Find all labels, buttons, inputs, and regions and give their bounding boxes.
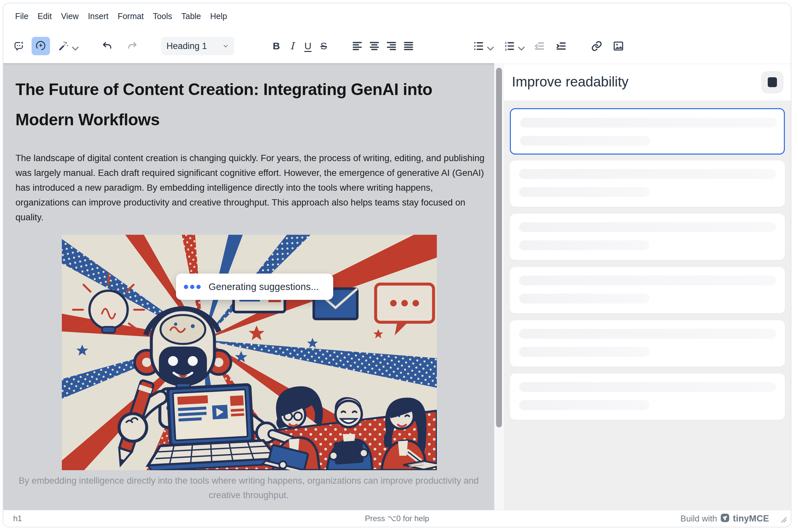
align-left-button[interactable]	[349, 37, 366, 55]
skeleton-line	[519, 276, 776, 285]
align-justify-button[interactable]	[400, 37, 417, 55]
resize-handle[interactable]	[780, 516, 787, 524]
redo-button[interactable]	[123, 37, 142, 55]
insert-image-button[interactable]	[609, 37, 628, 55]
ai-review-changes-button[interactable]	[32, 37, 50, 55]
undo-button[interactable]	[98, 37, 116, 55]
skeleton-line	[519, 329, 776, 339]
redo-icon	[127, 40, 138, 52]
menu-format[interactable]: Format	[113, 8, 148, 24]
branding[interactable]: Build with tinyMCE	[681, 513, 769, 524]
document-illustration	[62, 235, 437, 470]
link-icon	[591, 40, 602, 52]
skeleton-line	[519, 169, 776, 179]
help-shortcut-label: Press ⌥0 for help	[365, 514, 429, 523]
app-window: File Edit View Insert Format Tools Table…	[3, 3, 792, 527]
image-icon	[613, 40, 624, 52]
chevron-down-icon	[70, 43, 76, 49]
toolbar: Heading 1 B I U S	[3, 29, 791, 63]
menu-view[interactable]: View	[56, 8, 83, 24]
align-justify-icon	[403, 40, 414, 52]
branding-prefix: Build with	[681, 514, 717, 524]
suggestion-card-skeleton[interactable]	[510, 108, 785, 154]
underline-button[interactable]: U	[300, 37, 316, 55]
indent-icon	[556, 40, 567, 52]
tinymce-logo-icon	[720, 513, 729, 524]
editor-scrollbar-track[interactable]	[494, 63, 504, 510]
indent-button[interactable]	[552, 37, 570, 55]
editor-scrollbar-thumb[interactable]	[496, 68, 502, 428]
menu-tools[interactable]: Tools	[148, 8, 177, 24]
outdent-icon	[534, 40, 545, 52]
ai-chat-bubble-icon	[14, 40, 25, 52]
skeleton-line	[519, 240, 649, 250]
magic-wand-icon	[58, 40, 69, 52]
format-select[interactable]: Heading 1	[161, 37, 234, 55]
outdent-button[interactable]	[530, 37, 549, 55]
suggestion-card-skeleton[interactable]	[510, 160, 785, 207]
status-bar: h1 Press ⌥0 for help Build with tinyMCE	[3, 510, 791, 527]
italic-button[interactable]: I	[284, 37, 300, 55]
loading-dots-icon	[184, 285, 201, 289]
sidebar-title: Improve readability	[512, 74, 629, 90]
suggestion-card-skeleton[interactable]	[510, 374, 785, 420]
document-paragraph: The landscape of digital content creatio…	[16, 151, 488, 225]
suggestion-card-skeleton[interactable]	[510, 267, 785, 314]
align-right-button[interactable]	[383, 37, 400, 55]
document-title: The Future of Content Creation: Integrat…	[16, 74, 440, 135]
generating-suggestions-toast: Generating suggestions...	[176, 273, 333, 300]
bullet-list-button[interactable]	[468, 37, 496, 55]
skeleton-line	[519, 222, 776, 232]
undo-icon	[101, 40, 113, 52]
ai-shortcuts-button[interactable]	[53, 37, 81, 55]
improve-readability-panel: Improve readability	[504, 63, 791, 510]
format-select-value: Heading 1	[166, 41, 222, 51]
suggestion-card-skeleton[interactable]	[510, 320, 785, 367]
skeleton-line	[520, 136, 650, 146]
numbered-list-icon: 1 2 3	[504, 40, 515, 52]
editor-content-area[interactable]: The Future of Content Creation: Integrat…	[3, 63, 494, 510]
align-left-icon	[352, 40, 363, 52]
menu-help[interactable]: Help	[206, 8, 231, 24]
insert-link-button[interactable]	[588, 37, 606, 55]
svg-text:3: 3	[505, 48, 507, 51]
menu-insert[interactable]: Insert	[83, 8, 113, 24]
align-center-icon	[369, 40, 380, 52]
skeleton-line	[519, 400, 649, 410]
image-caption: By embedding intelligence directly into …	[16, 474, 482, 502]
chevron-down-icon	[222, 43, 229, 49]
menu-edit[interactable]: Edit	[33, 8, 56, 24]
strikethrough-button[interactable]: S	[316, 37, 332, 55]
sidebar-header: Improve readability	[504, 63, 791, 101]
chevron-down-icon	[516, 43, 522, 49]
stop-generation-button[interactable]	[761, 71, 783, 93]
menu-table[interactable]: Table	[177, 8, 206, 24]
align-center-button[interactable]	[366, 37, 383, 55]
skeleton-line	[519, 347, 649, 357]
skeleton-line	[520, 118, 777, 128]
element-path[interactable]: h1	[13, 514, 22, 523]
menu-bar: File Edit View Insert Format Tools Table…	[3, 3, 791, 29]
skeleton-line	[519, 382, 776, 392]
skeleton-line	[519, 187, 649, 197]
ai-sparkle-eye-icon	[35, 40, 47, 52]
numbered-list-button[interactable]: 1 2 3	[499, 37, 527, 55]
chevron-down-icon	[485, 43, 491, 49]
bold-button[interactable]: B	[268, 37, 284, 55]
skeleton-line	[519, 293, 649, 303]
menu-file[interactable]: File	[11, 8, 33, 24]
document-image[interactable]	[62, 235, 437, 470]
suggestion-card-skeleton[interactable]	[510, 214, 785, 260]
generating-suggestions-label: Generating suggestions...	[208, 282, 319, 292]
bullet-list-icon	[473, 40, 484, 52]
align-right-icon	[386, 40, 397, 52]
ai-assistant-button[interactable]	[10, 37, 28, 55]
stop-icon	[768, 77, 777, 87]
branding-brand: tinyMCE	[733, 514, 769, 524]
